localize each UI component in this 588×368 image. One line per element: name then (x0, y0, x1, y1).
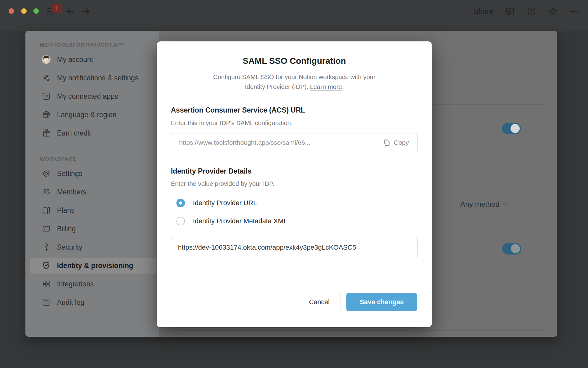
identity-provider-url-input[interactable] (171, 238, 418, 257)
scim-toggle[interactable] (502, 243, 521, 255)
sidebar-item-label: Earn credit (57, 129, 91, 137)
learn-more-link[interactable]: Learn more (310, 83, 342, 90)
sidebar-item-my-notifications[interactable]: My notifications & settings (30, 70, 161, 86)
sidebar-item-label: Audit log (57, 298, 85, 307)
save-changes-button[interactable]: Save changes (346, 293, 417, 311)
more-options-ellipsis-icon[interactable] (569, 6, 579, 17)
radio-label: Identity Provider Metadata XML (193, 217, 287, 225)
acs-url-subtext: Enter this in your IDP's SAML configurat… (171, 119, 292, 127)
workspace-section-header: WORKSPACE (40, 156, 159, 163)
sidebar-item-label: Billing (57, 225, 76, 233)
account-section-header: ME@TOOLSFORTHOUGHT.APP (40, 42, 159, 48)
radio-selected-icon[interactable] (176, 199, 185, 207)
saml-sso-configuration-dialog: SAML SSO Configuration Configure SAML SS… (157, 41, 432, 327)
sliders-icon (42, 73, 51, 82)
acs-url-heading: Assertion Consumer Service (ACS) URL (171, 106, 305, 114)
share-button[interactable]: Share (473, 7, 494, 16)
avatar (42, 55, 51, 64)
sidebar-item-label: Identity & provisioning (57, 262, 133, 270)
radio-unselected-icon[interactable] (176, 217, 185, 225)
acs-url-field: https://www.toolsforthought.app/sso/saml… (171, 133, 418, 152)
toggle-knob (511, 124, 520, 133)
idp-details-subtext: Enter the value provided by your IDP. (171, 180, 274, 187)
description-period: . (342, 83, 344, 90)
login-method-dropdown[interactable]: Any method (460, 200, 509, 209)
forward-arrow-icon[interactable] (81, 6, 91, 16)
sidebar-item-security[interactable]: Security (30, 239, 161, 255)
sidebar-item-my-account[interactable]: My account (30, 52, 161, 67)
sso-toggle[interactable] (502, 123, 521, 134)
content-divider-bottom (165, 330, 547, 331)
sidebar-item-audit-log[interactable]: Audit log (30, 294, 161, 310)
sidebar-item-label: Members (57, 188, 86, 196)
sidebar-item-label: My notifications & settings (57, 74, 138, 82)
sidebar-item-connected-apps[interactable]: My connected apps (30, 88, 161, 104)
key-icon (42, 243, 51, 252)
sidebar-item-billing[interactable]: Billing (30, 221, 161, 237)
idp-details-heading: Identity Provider Details (171, 167, 251, 175)
sidebar-item-label: Security (57, 243, 82, 251)
history-clock-icon[interactable] (526, 6, 537, 17)
back-arrow-icon[interactable] (66, 6, 75, 16)
dropdown-value: Any method (460, 200, 499, 209)
sidebar-item-label: My connected apps (57, 92, 118, 101)
sidebar-item-label: Language & region (57, 111, 116, 119)
radio-label: Identity Provider URL (193, 199, 257, 207)
sidebar-item-label: Integrations (57, 280, 94, 288)
close-window-button[interactable] (9, 8, 14, 14)
chevron-down-icon (502, 201, 509, 208)
zoom-window-button[interactable] (33, 8, 39, 14)
sidebar-item-integrations[interactable]: Integrations (30, 276, 161, 292)
copy-label: Copy (394, 139, 409, 146)
sidebar-item-identity-provisioning[interactable]: Identity & provisioning (30, 258, 161, 274)
sidebar-item-label: Plans (57, 206, 75, 215)
acs-url-value: https://www.toolsforthought.app/sso/saml… (179, 139, 383, 146)
settings-sidebar: ME@TOOLSFORTHOUGHT.APP My account (25, 31, 159, 337)
notification-badge: 1 (51, 4, 62, 13)
description-text: Configure SAML SSO for your Notion works… (213, 73, 375, 90)
sidebar-item-language-region[interactable]: Language & region (30, 107, 161, 123)
gear-icon (42, 169, 51, 178)
grid-icon (42, 279, 51, 289)
toggle-knob (511, 244, 520, 253)
sidebar-item-plans[interactable]: Plans (30, 202, 161, 218)
gift-icon (42, 128, 51, 138)
copy-button[interactable]: Copy (383, 139, 409, 147)
dialog-description: Configure SAML SSO for your Notion works… (202, 72, 386, 92)
sidebar-item-label: Settings (57, 170, 82, 178)
comments-icon[interactable] (505, 6, 515, 17)
scroll-icon (42, 298, 51, 307)
minimize-window-button[interactable] (21, 8, 27, 14)
favorite-star-icon[interactable] (548, 6, 558, 17)
cancel-button[interactable]: Cancel (298, 293, 341, 311)
credit-card-icon (42, 224, 51, 233)
sidebar-item-earn-credit[interactable]: Earn credit (30, 125, 161, 141)
external-link-icon (42, 92, 51, 101)
copy-icon (383, 139, 391, 147)
sidebar-item-members[interactable]: Members (30, 184, 161, 200)
members-icon (42, 187, 51, 197)
sidebar-item-settings[interactable]: Settings (30, 166, 161, 182)
map-icon (42, 206, 51, 215)
window-titlebar: 1 Share (0, 0, 588, 31)
radio-identity-provider-url[interactable]: Identity Provider URL (176, 199, 257, 207)
dialog-title: SAML SSO Configuration (157, 56, 432, 66)
radio-identity-provider-metadata-xml[interactable]: Identity Provider Metadata XML (176, 217, 287, 225)
shield-check-icon (42, 261, 51, 270)
sidebar-item-label: My account (57, 56, 93, 64)
globe-icon (42, 110, 51, 119)
